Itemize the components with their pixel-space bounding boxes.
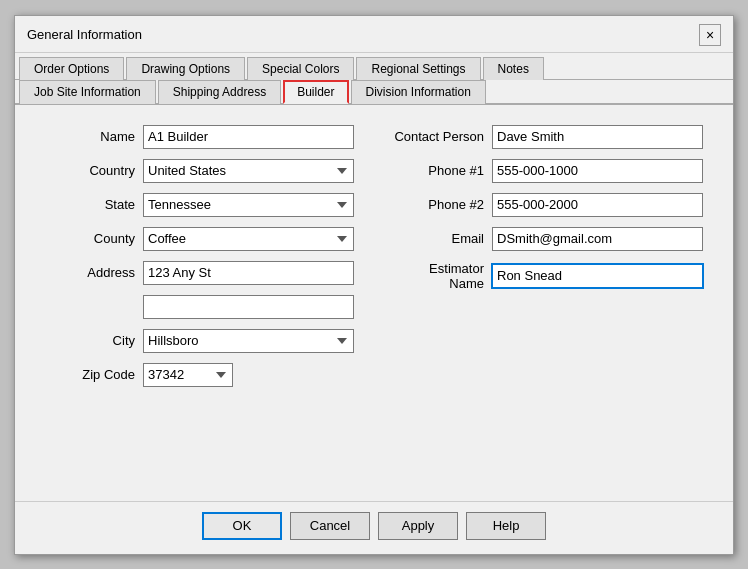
name-label: Name xyxy=(45,129,135,144)
name-input[interactable] xyxy=(143,125,354,149)
phone2-input[interactable] xyxy=(492,193,703,217)
title-bar: General Information × xyxy=(15,16,733,53)
address-row: Address xyxy=(45,261,354,285)
contact-input[interactable] xyxy=(492,125,703,149)
contact-label: Contact Person xyxy=(394,129,484,144)
zipcode-row: Zip Code 37342 37343 37344 xyxy=(45,363,354,387)
apply-button[interactable]: Apply xyxy=(378,512,458,540)
estimator-row: Estimator Name xyxy=(394,261,703,291)
phone1-row: Phone #1 xyxy=(394,159,703,183)
city-select[interactable]: Hillsboro Manchester Tullahoma xyxy=(143,329,354,353)
tab-regional-settings[interactable]: Regional Settings xyxy=(356,57,480,80)
close-button[interactable]: × xyxy=(699,24,721,46)
address-label: Address xyxy=(45,265,135,280)
contact-row: Contact Person xyxy=(394,125,703,149)
phone1-label: Phone #1 xyxy=(394,163,484,178)
state-row: State Tennessee Alabama Georgia xyxy=(45,193,354,217)
tab-job-site-info[interactable]: Job Site Information xyxy=(19,80,156,104)
county-label: County xyxy=(45,231,135,246)
phone1-input[interactable] xyxy=(492,159,703,183)
tab-notes[interactable]: Notes xyxy=(483,57,544,80)
tab-order-options[interactable]: Order Options xyxy=(19,57,124,80)
right-column: Contact Person Phone #1 Phone #2 Email xyxy=(394,125,703,387)
main-window: General Information × Order Options Draw… xyxy=(14,15,734,555)
city-label: City xyxy=(45,333,135,348)
email-row: Email xyxy=(394,227,703,251)
tabs-row1: Order Options Drawing Options Special Co… xyxy=(15,57,733,80)
tab-drawing-options[interactable]: Drawing Options xyxy=(126,57,245,80)
county-select[interactable]: Coffee Davidson Hamilton xyxy=(143,227,354,251)
tab-shipping-address[interactable]: Shipping Address xyxy=(158,80,281,104)
zipcode-select[interactable]: 37342 37343 37344 xyxy=(143,363,233,387)
ok-button[interactable]: OK xyxy=(202,512,282,540)
state-label: State xyxy=(45,197,135,212)
help-button[interactable]: Help xyxy=(466,512,546,540)
zipcode-label: Zip Code xyxy=(45,367,135,382)
form-grid: Name Country United States Canada Mexico… xyxy=(45,125,703,387)
cancel-button[interactable]: Cancel xyxy=(290,512,370,540)
email-input[interactable] xyxy=(492,227,703,251)
tab-division-information[interactable]: Division Information xyxy=(351,80,486,104)
country-row: Country United States Canada Mexico xyxy=(45,159,354,183)
phone2-row: Phone #2 xyxy=(394,193,703,217)
tab-special-colors[interactable]: Special Colors xyxy=(247,57,354,80)
left-column: Name Country United States Canada Mexico… xyxy=(45,125,354,387)
country-label: Country xyxy=(45,163,135,178)
phone2-label: Phone #2 xyxy=(394,197,484,212)
address2-row xyxy=(45,295,354,319)
country-select[interactable]: United States Canada Mexico xyxy=(143,159,354,183)
estimator-input[interactable] xyxy=(492,264,703,288)
name-row: Name xyxy=(45,125,354,149)
city-row: City Hillsboro Manchester Tullahoma xyxy=(45,329,354,353)
address-input[interactable] xyxy=(143,261,354,285)
state-select[interactable]: Tennessee Alabama Georgia xyxy=(143,193,354,217)
form-content: Name Country United States Canada Mexico… xyxy=(15,105,733,501)
address2-input[interactable] xyxy=(143,295,354,319)
bottom-bar: OK Cancel Apply Help xyxy=(15,501,733,554)
tab-builder[interactable]: Builder xyxy=(283,80,348,104)
tabs-row2: Job Site Information Shipping Address Bu… xyxy=(15,80,733,105)
estimator-label: Estimator Name xyxy=(394,261,484,291)
county-row: County Coffee Davidson Hamilton xyxy=(45,227,354,251)
window-title: General Information xyxy=(27,27,142,42)
email-label: Email xyxy=(394,231,484,246)
